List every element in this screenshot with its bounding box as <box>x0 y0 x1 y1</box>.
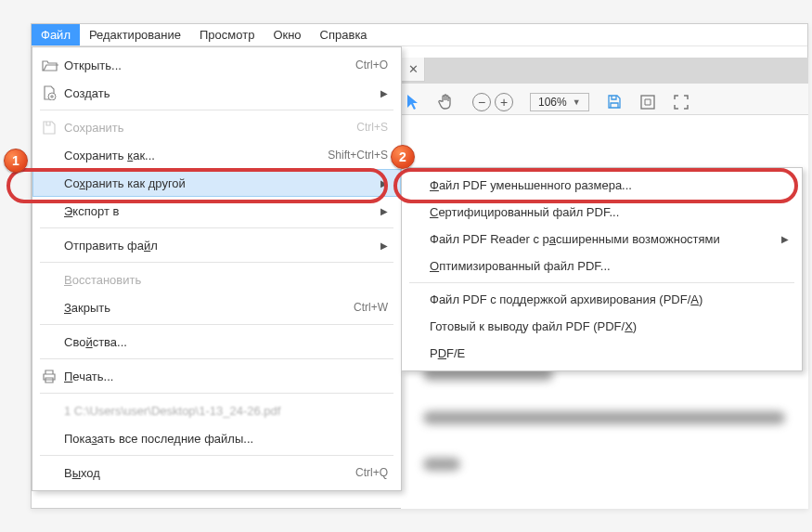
hand-tool-icon[interactable] <box>437 93 456 111</box>
menu-separator <box>40 262 393 263</box>
menubar: Файл Редактирование Просмотр Окно Справк… <box>32 24 807 46</box>
submenu-arrow-icon: ▶ <box>380 88 388 98</box>
tabbar <box>401 58 808 84</box>
menu-separator <box>40 110 393 110</box>
fullscreen-icon[interactable] <box>673 94 690 110</box>
menu-export[interactable]: Экспорт в ▶ <box>32 197 401 225</box>
menu-view[interactable]: Просмотр <box>190 24 264 45</box>
menu-separator <box>40 358 393 359</box>
svg-rect-0 <box>641 96 654 109</box>
menu-exit[interactable]: Выход Ctrl+Q <box>32 459 401 487</box>
menu-open[interactable]: Открыть... Ctrl+O <box>32 51 401 79</box>
submenu-archive[interactable]: Файл PDF с поддержкой архивирования (PDF… <box>402 286 802 313</box>
submenu-press-ready[interactable]: Готовый к выводу файл PDF (PDF/X) <box>402 313 802 340</box>
menu-window[interactable]: Окно <box>264 24 310 45</box>
menu-send[interactable]: Отправить файл ▶ <box>32 231 401 259</box>
menu-file[interactable]: Файл <box>32 24 80 45</box>
save-as-other-submenu: Файл PDF уменьшенного размера... Сертифи… <box>401 167 803 371</box>
menu-help[interactable]: Справка <box>311 24 377 45</box>
zoom-level-select[interactable]: 106% ▼ <box>530 93 589 111</box>
submenu-certified[interactable]: Сертифицированный файл PDF... <box>402 199 802 226</box>
chevron-down-icon: ▼ <box>573 97 581 107</box>
zoom-out-button[interactable]: − <box>472 93 491 111</box>
print-icon <box>42 370 64 383</box>
menu-separator <box>40 455 393 456</box>
tab-close-button[interactable]: ✕ <box>401 58 425 82</box>
file-menu: Открыть... Ctrl+O Создать ▶ Сохранить Ct… <box>32 46 402 491</box>
save-tool-icon[interactable] <box>606 94 623 110</box>
submenu-pdfe[interactable]: PDF/E <box>402 340 802 367</box>
annotation-badge-2: 2 <box>391 145 415 169</box>
menu-separator <box>40 227 393 228</box>
fit-page-icon[interactable] <box>639 94 656 110</box>
folder-open-icon <box>42 58 64 71</box>
menu-save-as[interactable]: Сохранить как... Shift+Ctrl+S <box>32 141 401 169</box>
zoom-value: 106% <box>538 96 567 109</box>
app-window: Файл Редактирование Просмотр Окно Справк… <box>31 23 808 509</box>
menu-separator <box>40 393 393 394</box>
select-tool-icon[interactable] <box>406 94 420 110</box>
submenu-reduced-size[interactable]: Файл PDF уменьшенного размера... <box>402 172 802 199</box>
menu-separator <box>409 282 794 283</box>
menu-create[interactable]: Создать ▶ <box>32 79 401 107</box>
menu-save-as-other[interactable]: Сохранить как другой ▶ <box>32 169 401 197</box>
menu-edit[interactable]: Редактирование <box>80 24 190 45</box>
menu-recent-file[interactable]: 1 C:\Users\user\Desktop\1-13_24-26.pdf <box>32 396 401 424</box>
submenu-arrow-icon: ▶ <box>380 206 388 216</box>
menu-close[interactable]: Закрыть Ctrl+W <box>32 293 401 321</box>
menu-separator <box>40 324 393 325</box>
annotation-badge-1: 1 <box>4 149 28 173</box>
toolbar: − + 106% ▼ <box>406 93 690 111</box>
menu-save: Сохранить Ctrl+S <box>32 113 401 141</box>
menu-properties[interactable]: Свойства... <box>32 328 401 356</box>
submenu-reader-extended[interactable]: Файл PDF Reader с расширенными возможнос… <box>402 226 802 253</box>
zoom-in-button[interactable]: + <box>495 93 513 111</box>
menu-print[interactable]: Печать... <box>32 362 401 390</box>
new-file-icon <box>42 85 64 100</box>
submenu-arrow-icon: ▶ <box>781 234 789 244</box>
submenu-arrow-icon: ▶ <box>380 240 388 251</box>
menu-restore: Восстановить <box>32 266 401 293</box>
save-icon <box>42 121 64 135</box>
menu-show-recent[interactable]: Показать все последние файлы... <box>32 424 401 452</box>
submenu-arrow-icon: ▶ <box>380 178 388 188</box>
submenu-optimized[interactable]: Оптимизированный файл PDF... <box>402 253 802 279</box>
